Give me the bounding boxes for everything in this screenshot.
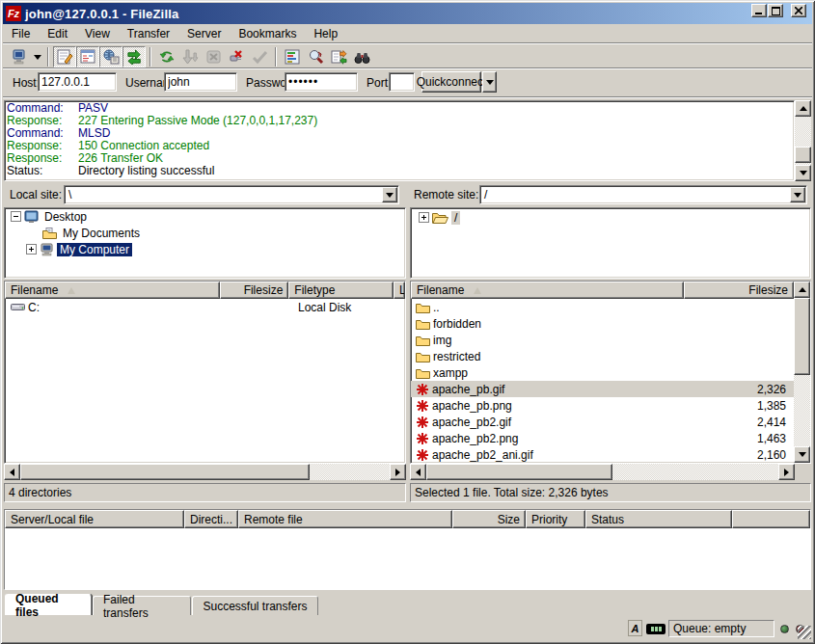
transfer-queue-icon	[126, 49, 143, 65]
port-input[interactable]	[389, 72, 415, 92]
toggle-remote-tree-button[interactable]	[99, 46, 122, 67]
queue-size-panel: Queue: empty	[668, 620, 774, 637]
folder-open-icon	[432, 211, 448, 224]
toggle-local-tree-button[interactable]	[76, 46, 99, 67]
column-header-filetype[interactable]: Filetype	[288, 282, 394, 299]
collapse-icon[interactable]	[11, 211, 21, 222]
scrollbar-thumb[interactable]	[794, 298, 810, 375]
queue-body[interactable]	[5, 528, 810, 589]
menu-bar: File Edit View Transfer Server Bookmarks…	[3, 24, 812, 43]
column-header-status[interactable]: Status	[585, 510, 732, 528]
local-list-hscrollbar[interactable]	[4, 464, 406, 480]
site-manager-button[interactable]	[8, 46, 31, 67]
scrollbar-thumb[interactable]	[426, 464, 612, 480]
process-queue-button[interactable]	[178, 46, 202, 67]
directory-listing-button[interactable]	[281, 46, 304, 67]
expand-icon[interactable]	[26, 244, 37, 255]
cancel-button[interactable]	[202, 46, 225, 67]
scroll-down-button[interactable]	[794, 446, 810, 463]
remote-file-row[interactable]: xampp	[411, 364, 794, 381]
local-file-row[interactable]: C: Local Disk	[5, 299, 405, 315]
menu-edit[interactable]: Edit	[39, 25, 76, 42]
remote-file-row[interactable]: forbidden	[411, 315, 794, 332]
column-header-filesize[interactable]: Filesize	[220, 282, 288, 299]
site-manager-icon	[12, 49, 28, 65]
remote-file-row-selected[interactable]: apache_pb.gif 2,326	[411, 381, 794, 397]
password-input[interactable]	[285, 72, 358, 92]
cancel-icon	[205, 49, 222, 65]
filename-filters-button[interactable]	[304, 46, 327, 67]
toggle-message-log-button[interactable]	[53, 46, 76, 67]
menu-transfer[interactable]: Transfer	[119, 25, 178, 42]
scrollbar-thumb[interactable]	[20, 464, 310, 480]
scroll-up-button[interactable]	[795, 100, 811, 117]
image-file-icon	[416, 432, 429, 445]
column-header-truncated[interactable]: L	[394, 282, 405, 299]
username-input[interactable]	[164, 72, 237, 92]
minimize-button[interactable]	[751, 4, 767, 17]
directory-comparison-button[interactable]	[327, 46, 350, 67]
close-button[interactable]	[791, 4, 806, 17]
scrollbar-thumb[interactable]	[795, 147, 811, 163]
menu-bookmarks[interactable]: Bookmarks	[230, 25, 305, 42]
tree-item-desktop[interactable]: Desktop	[5, 208, 405, 225]
reconnect-button[interactable]	[248, 46, 271, 67]
scroll-right-button[interactable]	[778, 464, 795, 480]
message-log: Command:PASV Response:227 Entering Passi…	[4, 100, 795, 181]
maximize-button[interactable]	[768, 4, 783, 17]
column-header-direction[interactable]: Directi...	[184, 510, 238, 528]
remote-file-row[interactable]: apache_pb2_ani.gif 2,160	[411, 446, 794, 463]
remote-file-row[interactable]: apache_pb.png 1,385	[411, 397, 794, 414]
scroll-right-button[interactable]	[390, 464, 406, 480]
combo-dropdown-button[interactable]	[382, 187, 397, 202]
disconnect-button[interactable]	[225, 46, 248, 67]
scroll-left-button[interactable]	[410, 464, 426, 480]
host-input[interactable]	[38, 72, 117, 92]
transfer-type-ascii-icon[interactable]: A	[628, 620, 642, 636]
remote-file-row[interactable]: ..	[411, 299, 794, 315]
menu-server[interactable]: Server	[178, 25, 230, 42]
scroll-up-button[interactable]	[794, 282, 810, 298]
remote-file-row[interactable]: apache_pb2.gif 2,414	[411, 414, 794, 430]
scroll-down-button[interactable]	[795, 165, 811, 181]
title-bar[interactable]: Fz john@127.0.0.1 - FileZilla	[3, 3, 812, 24]
tab-failed-transfers[interactable]: Failed transfers	[93, 596, 191, 615]
arrow-left-icon	[416, 469, 421, 476]
scroll-left-button[interactable]	[4, 464, 20, 480]
menu-view[interactable]: View	[76, 25, 119, 42]
remote-file-row[interactable]: img	[411, 332, 794, 348]
remote-list-vscrollbar[interactable]	[794, 282, 810, 463]
file-search-button[interactable]	[350, 46, 373, 67]
tree-item-my-documents[interactable]: My Documents	[5, 225, 405, 241]
tab-queued-files[interactable]: Queued files	[5, 594, 92, 615]
column-header-filesize[interactable]: Filesize	[684, 282, 794, 299]
column-header-priority[interactable]: Priority	[526, 510, 585, 528]
quickconnect-dropdown[interactable]	[482, 71, 497, 93]
column-header-size[interactable]: Size	[452, 510, 526, 528]
resize-grip[interactable]	[798, 626, 811, 639]
remote-list-hscrollbar[interactable]	[410, 464, 795, 480]
column-header-filename[interactable]: Filename	[411, 282, 684, 299]
quickconnect-button[interactable]: Quickconnect	[421, 71, 481, 93]
column-header-remote-file[interactable]: Remote file	[238, 510, 452, 528]
site-manager-dropdown[interactable]	[31, 46, 43, 67]
tree-item-my-computer[interactable]: My Computer	[5, 241, 405, 257]
remote-list-header: Filename Filesize	[411, 282, 794, 299]
combo-dropdown-button[interactable]	[790, 187, 805, 202]
refresh-button[interactable]	[155, 46, 178, 67]
tab-successful-transfers[interactable]: Successful transfers	[192, 596, 318, 615]
toggle-transfer-queue-button[interactable]	[122, 46, 146, 67]
menu-file[interactable]: File	[3, 25, 39, 42]
menu-help[interactable]: Help	[305, 25, 346, 42]
local-site-value: \	[68, 188, 71, 201]
column-header-server-local-file[interactable]: Server/Local file	[5, 510, 184, 528]
speed-limits-icon[interactable]	[646, 624, 666, 634]
expand-icon[interactable]	[419, 212, 429, 223]
log-scrollbar[interactable]	[795, 100, 811, 181]
remote-site-combobox[interactable]: /	[479, 185, 807, 204]
remote-file-row[interactable]: apache_pb2.png 1,463	[411, 430, 794, 446]
column-header-filename[interactable]: Filename	[5, 282, 220, 299]
local-site-combobox[interactable]: \	[64, 185, 399, 204]
remote-file-row[interactable]: restricted	[411, 348, 794, 364]
tree-item-root[interactable]: /	[411, 208, 810, 227]
